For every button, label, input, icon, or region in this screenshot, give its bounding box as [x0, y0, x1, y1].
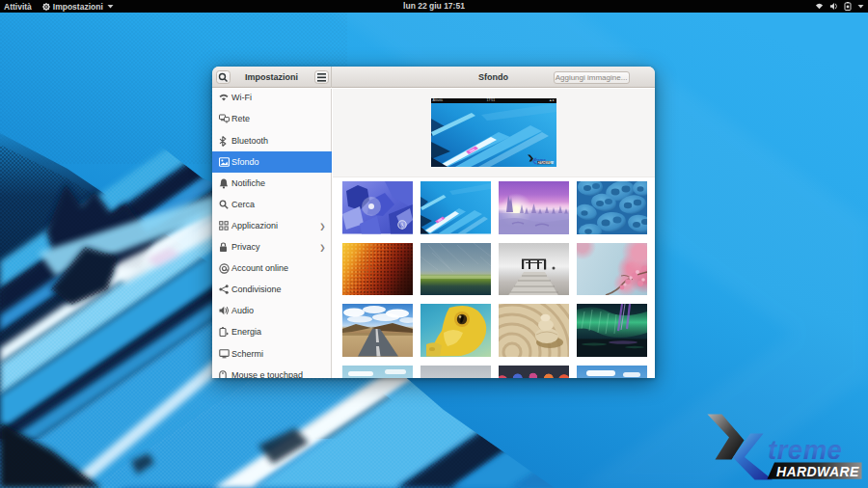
- svg-text:treme: treme: [768, 435, 842, 465]
- svg-text:HARDWARE: HARDWARE: [537, 160, 554, 164]
- svg-text:HARDWARE: HARDWARE: [776, 464, 859, 479]
